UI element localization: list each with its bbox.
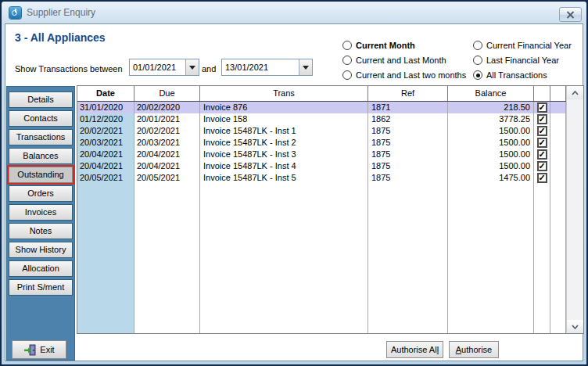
cell-date: 20/05/2021: [77, 172, 134, 184]
date-from-dropdown-button[interactable]: [185, 59, 199, 75]
sidebar-item-transactions[interactable]: Transactions: [9, 129, 73, 145]
scroll-down-button[interactable]: [567, 320, 583, 333]
cell-balance: 218.50: [448, 102, 534, 113]
sidebar-item-allocation[interactable]: Allocation: [9, 260, 73, 277]
sidebar-item-contacts[interactable]: Contacts: [9, 110, 73, 127]
grid-empty-area: [77, 184, 566, 333]
cell-date: 20/04/2021: [77, 160, 134, 172]
authorised-checkbox[interactable]: ✓: [537, 114, 547, 124]
authorised-checkbox[interactable]: ✓: [537, 173, 547, 183]
cell-trans: Invoice 15487LK - Inst 2: [200, 137, 368, 149]
and-label: and: [202, 64, 216, 74]
radio-icon[interactable]: [342, 70, 352, 80]
authorise-button[interactable]: Authorise: [449, 341, 499, 358]
exit-door-icon: [23, 344, 36, 356]
cell-trans: Invoice 15487LK - Inst 5: [200, 172, 368, 184]
radio-icon[interactable]: [342, 56, 352, 65]
radio-label: Current and Last Month: [356, 56, 446, 65]
cell-filler: [550, 137, 566, 149]
cell-due: 20/04/2021: [134, 160, 200, 172]
radio-label: Current Financial Year: [486, 41, 572, 50]
cell-ref: 1875: [368, 137, 448, 149]
cell-due: 20/04/2021: [134, 149, 200, 160]
cell-date: 20/03/2021: [77, 137, 134, 149]
power-icon: [9, 7, 21, 19]
cell-filler: [550, 160, 566, 172]
cell-date: 01/12/2020: [77, 113, 134, 125]
cell-filler: [550, 149, 566, 160]
close-button[interactable]: [559, 7, 582, 22]
authorised-checkbox[interactable]: ✓: [537, 161, 547, 171]
cell-due: 20/02/2020: [134, 102, 200, 113]
column-header-ref[interactable]: Ref: [368, 86, 448, 101]
cell-filler: [550, 125, 566, 137]
scroll-up-button[interactable]: [567, 86, 583, 99]
authorise-all-button[interactable]: Authorise All: [386, 341, 443, 358]
table-row[interactable]: 01/12/202020/01/2021Invoice 15818623778.…: [77, 113, 566, 125]
cell-date: 31/01/2020: [77, 102, 134, 113]
cell-authorised: ✓: [534, 125, 550, 137]
table-row[interactable]: 20/04/202120/04/2021Invoice 15487LK - In…: [77, 160, 566, 172]
sidebar-item-invoices[interactable]: Invoices: [9, 204, 73, 221]
column-header-authorised[interactable]: [534, 86, 550, 101]
sidebar-item-notes[interactable]: Notes: [9, 223, 73, 239]
cell-authorised: ✓: [534, 137, 550, 149]
authorised-checkbox[interactable]: ✓: [537, 149, 547, 160]
sidebar-item-outstanding[interactable]: Outstanding: [9, 167, 73, 183]
cell-balance: 1500.00: [448, 160, 534, 172]
date-from-value: 01/01/2021: [130, 59, 185, 75]
period-radio-group-left: Current MonthCurrent and Last MonthCurre…: [342, 40, 466, 84]
radio-option-current-and-last-two-months[interactable]: Current and Last two months: [342, 70, 466, 81]
column-header-due[interactable]: Due: [134, 86, 200, 101]
table-row[interactable]: 20/05/202120/05/2021Invoice 15487LK - In…: [77, 172, 566, 184]
cell-due: 20/03/2021: [134, 137, 200, 149]
date-to-dropdown-button[interactable]: [299, 59, 312, 75]
date-from-combobox[interactable]: 01/01/2021: [129, 59, 199, 76]
cell-date: 20/02/2021: [77, 125, 134, 137]
sidebar-item-orders[interactable]: Orders: [9, 185, 73, 202]
radio-option-current-month[interactable]: Current Month: [342, 40, 466, 51]
sidebar-item-print-s-ment[interactable]: Print S/ment: [9, 279, 73, 296]
authorised-checkbox[interactable]: ✓: [537, 126, 547, 136]
column-header-trans[interactable]: Trans: [200, 86, 368, 101]
table-row[interactable]: 20/04/202120/04/2021Invoice 15487LK - In…: [77, 149, 566, 160]
date-to-combobox[interactable]: 13/01/2021: [221, 59, 313, 76]
table-row[interactable]: 31/01/202020/02/2020Invoice 8761871218.5…: [77, 102, 566, 113]
radio-option-current-financial-year[interactable]: Current Financial Year: [473, 40, 572, 51]
table-row[interactable]: 20/02/202120/02/2021Invoice 15487LK - In…: [77, 125, 566, 137]
radio-icon[interactable]: [473, 70, 482, 80]
cell-trans: Invoice 15487LK - Inst 3: [200, 149, 368, 160]
column-header-balance[interactable]: Balance: [448, 86, 534, 101]
cell-balance: 1500.00: [448, 149, 534, 160]
exit-button[interactable]: Exit: [12, 340, 66, 359]
radio-icon[interactable]: [473, 41, 482, 50]
radio-option-last-financial-year[interactable]: Last Financial Year: [473, 55, 572, 66]
radio-label: All Transactions: [486, 70, 547, 80]
sidebar-item-details[interactable]: Details: [9, 92, 73, 108]
cell-filler: [550, 102, 566, 113]
authorised-checkbox[interactable]: ✓: [537, 138, 547, 148]
sidebar-item-show-history[interactable]: Show History: [9, 242, 73, 258]
grid-header-row: Date Due Trans Ref Balance: [77, 86, 566, 102]
radio-icon[interactable]: [473, 56, 482, 65]
authorised-checkbox[interactable]: ✓: [537, 102, 547, 113]
content-area: 3 - All Appliances Show Transactions bet…: [5, 23, 583, 361]
cell-authorised: ✓: [534, 113, 550, 125]
cell-authorised: ✓: [534, 102, 550, 113]
cell-ref: 1875: [368, 149, 448, 160]
sidebar-item-balances[interactable]: Balances: [9, 148, 73, 164]
radio-label: Last Financial Year: [486, 56, 559, 65]
radio-option-all-transactions[interactable]: All Transactions: [473, 70, 572, 81]
radio-icon[interactable]: [342, 41, 352, 50]
radio-option-current-and-last-month[interactable]: Current and Last Month: [342, 55, 466, 66]
vertical-scrollbar[interactable]: [566, 86, 583, 333]
cell-ref: 1875: [368, 125, 448, 137]
transactions-grid: Date Due Trans Ref Balance 31/01/202020/…: [77, 85, 584, 334]
cell-ref: 1875: [368, 160, 448, 172]
cell-authorised: ✓: [534, 149, 550, 160]
column-header-date[interactable]: Date: [77, 86, 134, 101]
window-title: Supplier Enquiry: [27, 7, 95, 18]
cell-ref: 1871: [368, 102, 448, 113]
cell-balance: 1500.00: [448, 137, 534, 149]
table-row[interactable]: 20/03/202120/03/2021Invoice 15487LK - In…: [77, 137, 566, 149]
